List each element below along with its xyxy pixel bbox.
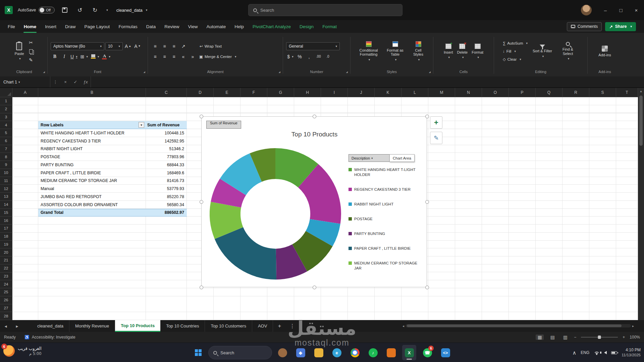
legend-item[interactable]: REGENCY CAKESTAND 3 TIER <box>348 187 426 192</box>
accounting-format-button[interactable]: $▾ <box>286 53 294 61</box>
addins-button[interactable]: Add-ins <box>597 45 612 58</box>
row-header-21[interactable]: 21 <box>0 256 12 264</box>
menu-tab-file[interactable]: File <box>3 20 19 33</box>
align-right-button[interactable]: ≡ <box>170 53 178 61</box>
pivot-row-label[interactable]: POSTAGE <box>38 155 146 159</box>
legend-item[interactable]: MEDIUM CERAMIC TOP STORAGE JAR <box>348 261 426 271</box>
row-header-16[interactable]: 16 <box>0 217 12 225</box>
row-header-28[interactable]: 28 <box>0 312 12 320</box>
row-header-11[interactable]: 11 <box>0 177 12 185</box>
cell-styles-button[interactable]: Cell Styles▾ <box>409 40 428 63</box>
edge-icon[interactable]: e <box>330 345 344 360</box>
avatar[interactable] <box>581 5 592 15</box>
conditional-formatting-button[interactable]: Conditional Formatting▾ <box>356 40 382 63</box>
align-top-button[interactable]: ≡ <box>151 42 159 50</box>
photos-app-icon[interactable]: ◈ <box>293 345 308 360</box>
menu-tab-draw[interactable]: Draw <box>61 20 80 33</box>
column-header-j[interactable]: J <box>348 88 375 97</box>
wifi-icon[interactable] <box>594 351 600 355</box>
borders-button[interactable]: ⊞▾ <box>79 53 89 61</box>
formula-input[interactable] <box>91 76 644 87</box>
excel-app-icon[interactable]: X <box>5 6 13 14</box>
pivot-grand-total-row[interactable]: Grand Total886502.97 <box>38 209 187 217</box>
scroll-left-icon[interactable]: ◂ <box>402 324 404 328</box>
menu-tab-design[interactable]: Design <box>295 20 318 33</box>
pivot-row[interactable]: PAPER CRAFT , LITTLE BIRDIE168469.6 <box>38 169 187 177</box>
row-header-5[interactable]: 5 <box>0 129 12 137</box>
column-header-l[interactable]: L <box>401 88 428 97</box>
font-name-combo[interactable]: Aptos Narrow (Bo▾ <box>51 42 104 50</box>
autosave-control[interactable]: AutoSave Off <box>18 7 55 13</box>
row-header-3[interactable]: 3 <box>0 113 12 121</box>
increase-font-button[interactable]: A▲ <box>124 42 132 50</box>
decrease-font-button[interactable]: A▼ <box>133 42 142 50</box>
start-button[interactable] <box>192 346 205 359</box>
pivot-row-value[interactable]: 53779.93 <box>146 186 187 191</box>
scroll-up-icon[interactable]: ▴ <box>640 89 642 93</box>
decrease-decimal-button[interactable]: .0 <box>324 53 332 61</box>
new-sheet-button[interactable]: + <box>273 320 286 332</box>
confirm-entry-button[interactable]: ✓ <box>70 76 80 87</box>
column-header-b[interactable]: B <box>38 88 146 97</box>
pivot-row-label[interactable]: PAPER CRAFT , LITTLE BIRDIE <box>38 171 146 175</box>
orientation-button[interactable]: ↗ <box>179 42 187 50</box>
next-sheet-button[interactable]: ▸ <box>11 320 23 332</box>
pivot-row-value[interactable]: 142592.95 <box>146 139 187 143</box>
sheet-tab-top-10-customers[interactable]: Top 10 Customers <box>205 320 252 332</box>
column-header-r[interactable]: R <box>562 88 589 97</box>
scroll-right-icon[interactable]: ▸ <box>632 324 634 328</box>
increase-decimal-button[interactable]: .00 <box>314 53 323 61</box>
paste-button[interactable]: Paste▾ <box>13 41 25 62</box>
insert-function-button[interactable]: ƒx <box>80 76 91 87</box>
vertical-scroll-thumb[interactable] <box>639 96 643 146</box>
language-indicator[interactable]: ENG <box>581 350 589 355</box>
column-header-q[interactable]: Q <box>536 88 562 97</box>
undo-button[interactable]: ↺ <box>75 5 85 15</box>
column-header-a[interactable]: A <box>12 88 38 97</box>
row-header-13[interactable]: 13 <box>0 193 12 201</box>
delete-cells-button[interactable]: Delete▾ <box>455 43 469 60</box>
decrease-indent-button[interactable]: « <box>179 53 187 61</box>
row-header-1[interactable]: 1 <box>0 97 12 105</box>
chart-elements-button[interactable]: + <box>430 116 442 129</box>
column-header-h[interactable]: H <box>294 88 321 97</box>
normal-view-button[interactable]: ▦ <box>536 335 544 340</box>
clipboard-dialog-launcher[interactable]: ◢ <box>43 71 45 73</box>
menu-tab-insert[interactable]: Insert <box>41 20 61 33</box>
column-header-t[interactable]: T <box>616 88 638 97</box>
column-header-o[interactable]: O <box>482 88 509 97</box>
prev-sheet-button[interactable]: ◂ <box>0 320 11 332</box>
bold-button[interactable]: B <box>51 53 59 61</box>
find-select-button[interactable]: Find & Select▾ <box>556 41 580 62</box>
taskbar-search[interactable]: Search <box>208 346 272 359</box>
file-explorer-icon[interactable] <box>312 345 326 360</box>
row-header-6[interactable]: 6 <box>0 137 12 145</box>
selection-handle[interactable] <box>200 286 203 289</box>
pivot-row-label[interactable]: ASSORTED COLOUR BIRD ORNAMENT <box>38 202 146 207</box>
worksheet-grid[interactable]: Row Labels▾Sum of RevenueWHITE HANGING H… <box>12 97 638 320</box>
pivot-row[interactable]: MEDIUM CERAMIC TOP STORAGE JAR81416.73 <box>38 177 187 185</box>
column-header-m[interactable]: M <box>428 88 455 97</box>
align-bottom-button[interactable]: ≡ <box>170 42 178 50</box>
accessibility-checker[interactable]: ♿Accessibility: Investigate <box>24 335 75 340</box>
pivot-row-label[interactable]: REGENCY CAKESTAND 3 TIER <box>38 139 146 143</box>
monkey-emoji-icon[interactable] <box>275 345 289 360</box>
pivot-row-label[interactable]: MEDIUM CERAMIC TOP STORAGE JAR <box>38 178 146 183</box>
chrome-icon[interactable] <box>348 345 362 360</box>
row-header-23[interactable]: 23 <box>0 273 12 281</box>
menu-tab-automate[interactable]: Automate <box>202 20 230 33</box>
menu-tab-format[interactable]: Format <box>318 20 341 33</box>
menu-tab-review[interactable]: Review <box>160 20 183 33</box>
column-header-k[interactable]: K <box>375 88 401 97</box>
store-icon[interactable] <box>384 345 398 360</box>
battery-icon[interactable] <box>611 351 617 354</box>
pivot-row-value[interactable]: 77803.96 <box>146 155 187 159</box>
sheet-tab-top-10-countries[interactable]: Top 10 Countries <box>160 320 205 332</box>
horizontal-scroll-thumb[interactable] <box>407 324 622 327</box>
styles-dialog-launcher[interactable]: ◢ <box>429 71 431 73</box>
selection-handle[interactable] <box>313 286 316 289</box>
pivot-row[interactable]: PARTY BUNTING68844.33 <box>38 161 187 169</box>
pivot-row[interactable]: REGENCY CAKESTAND 3 TIER142592.95 <box>38 137 187 145</box>
format-painter-button[interactable]: ✎ <box>27 56 35 64</box>
sort-filter-button[interactable]: Sort & Filter▾ <box>530 44 554 59</box>
